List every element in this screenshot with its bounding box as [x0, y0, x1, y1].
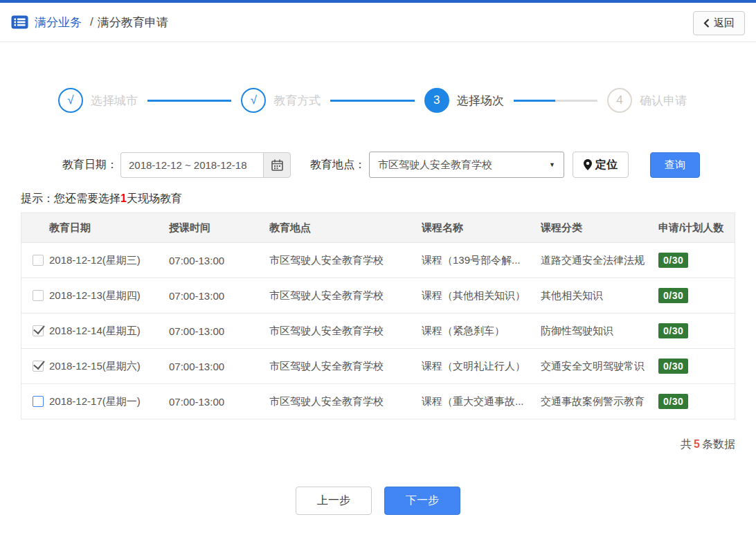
checkbox-cell [21, 361, 49, 372]
step-2-circle: √ [241, 88, 266, 113]
query-button[interactable]: 查询 [650, 152, 700, 178]
hint-prefix: 提示：您还需要选择 [21, 192, 120, 204]
row-checkbox[interactable] [33, 361, 44, 372]
list-icon [11, 15, 28, 29]
cell-education-location: 市区驾驶人安全教育学校 [269, 289, 422, 302]
step-1-label: 选择城市 [91, 93, 138, 109]
row-checkbox[interactable] [33, 325, 44, 336]
cell-capacity: 0/30 [658, 323, 735, 338]
cell-education-date: 2018-12-17(星期一) [49, 395, 169, 408]
cell-class-time: 07:00-13:00 [169, 290, 269, 302]
header-education-location: 教育地点 [269, 221, 422, 235]
step-wizard: √ 选择城市 √ 教育方式 3 选择场次 4 确认申请 [0, 88, 756, 113]
calendar-icon[interactable] [263, 152, 291, 178]
record-count-summary: 共5条数据 [21, 437, 735, 452]
cell-capacity: 0/30 [658, 253, 735, 268]
chevron-left-icon [703, 19, 710, 28]
capacity-badge: 0/30 [658, 253, 688, 268]
cell-class-time: 07:00-13:00 [169, 396, 269, 408]
table-row: 2018-12-17(星期一) 07:00-13:00 市区驾驶人安全教育学校 … [21, 383, 735, 419]
table-row: 2018-12-12(星期三) 07:00-13:00 市区驾驶人安全教育学校 … [21, 242, 735, 278]
cell-class-time: 07:00-13:00 [169, 325, 269, 337]
education-date-label: 教育日期： [62, 158, 118, 172]
cell-class-time: 07:00-13:00 [169, 361, 269, 372]
summary-prefix: 共 [681, 438, 692, 450]
summary-count: 5 [694, 438, 700, 450]
step-3-circle: 3 [424, 88, 449, 113]
table-row: 2018-12-13(星期四) 07:00-13:00 市区驾驶人安全教育学校 … [21, 278, 735, 313]
cell-course-name: 课程（紧急刹车） [422, 325, 541, 338]
cell-course-name: 课程（重大交通事故... [422, 395, 541, 408]
checkbox-cell [21, 396, 49, 407]
header-education-date: 教育日期 [49, 221, 169, 235]
step-connector-1 [147, 100, 231, 102]
locate-button[interactable]: 定位 [573, 152, 629, 178]
step-4-circle: 4 [607, 88, 632, 113]
selection-hint: 提示：您还需要选择1天现场教育 [21, 192, 756, 206]
chevron-down-icon: ▼ [549, 161, 555, 168]
header-applied-planned: 申请/计划人数 [658, 221, 735, 235]
cell-capacity: 0/30 [658, 359, 735, 374]
capacity-badge: 0/30 [658, 288, 688, 303]
table-header-row: 教育日期 授课时间 教育地点 课程名称 课程分类 申请/计划人数 [21, 213, 735, 242]
capacity-badge: 0/30 [658, 359, 688, 374]
step-select-session: 3 选择场次 [424, 88, 504, 113]
breadcrumb-root[interactable]: 满分业务 [35, 15, 82, 30]
step-4-label: 确认申请 [640, 93, 687, 109]
cell-course-name: 课程（139号部令解... [422, 254, 541, 267]
location-select[interactable]: 市区驾驶人安全教育学校 ▼ [369, 152, 564, 178]
breadcrumb-current: 满分教育申请 [98, 15, 168, 30]
breadcrumb: 满分业务 / 满分教育申请 [28, 15, 168, 30]
table-row: 2018-12-14(星期五) 07:00-13:00 市区驾驶人安全教育学校 … [21, 313, 735, 348]
step-connector-3 [514, 100, 597, 102]
step-3-label: 选择场次 [457, 93, 504, 109]
cell-course-name: 课程（其他相关知识） [422, 289, 541, 302]
capacity-badge: 0/30 [658, 323, 688, 338]
cell-class-time: 07:00-13:00 [169, 255, 269, 266]
next-step-button[interactable]: 下一步 [384, 487, 460, 515]
checkbox-cell [21, 255, 49, 266]
page-header: 满分业务 / 满分教育申请 返回 [0, 3, 756, 42]
cell-education-location: 市区驾驶人安全教育学校 [269, 325, 422, 338]
table-row: 2018-12-15(星期六) 07:00-13:00 市区驾驶人安全教育学校 … [21, 348, 735, 383]
step-2-label: 教育方式 [273, 93, 321, 109]
checkbox-cell [21, 325, 49, 336]
education-location-label: 教育地点： [310, 158, 366, 172]
step-select-city: √ 选择城市 [58, 88, 138, 113]
date-range-group [120, 152, 291, 178]
cell-course-category: 防御性驾驶知识 [541, 325, 658, 338]
cell-education-location: 市区驾驶人安全教育学校 [269, 254, 422, 267]
header-course-name: 课程名称 [422, 221, 541, 235]
hint-remaining-days: 1 [120, 192, 127, 204]
footer-actions: 上一步 下一步 [0, 487, 756, 515]
cell-education-date: 2018-12-13(星期四) [49, 289, 169, 302]
back-button[interactable]: 返回 [693, 11, 745, 35]
date-range-input[interactable] [120, 152, 263, 178]
hint-suffix: 天现场教育 [127, 192, 182, 204]
back-button-label: 返回 [714, 17, 735, 30]
header-course-category: 课程分类 [541, 221, 658, 235]
cell-capacity: 0/30 [658, 394, 735, 409]
row-checkbox[interactable] [33, 396, 44, 407]
cell-course-category: 交通事故案例警示教育 [541, 395, 658, 408]
step-confirm-application: 4 确认申请 [607, 88, 687, 113]
step-education-method: √ 教育方式 [241, 88, 321, 113]
cell-course-category: 交通安全文明驾驶常识 [541, 360, 658, 373]
capacity-badge: 0/30 [658, 394, 688, 409]
breadcrumb-separator: / [90, 15, 93, 29]
map-pin-icon [584, 159, 592, 170]
header-class-time: 授课时间 [169, 221, 269, 235]
cell-course-name: 课程（文明礼让行人） [422, 360, 541, 373]
session-table: 教育日期 授课时间 教育地点 课程名称 课程分类 申请/计划人数 2018-12… [21, 212, 735, 419]
cell-education-location: 市区驾驶人安全教育学校 [269, 360, 422, 373]
previous-step-button[interactable]: 上一步 [296, 487, 372, 515]
row-checkbox[interactable] [33, 290, 44, 301]
cell-capacity: 0/30 [658, 288, 735, 303]
table-body: 2018-12-12(星期三) 07:00-13:00 市区驾驶人安全教育学校 … [21, 242, 735, 419]
step-connector-2 [330, 100, 414, 102]
locate-button-label: 定位 [595, 158, 618, 172]
row-checkbox[interactable] [33, 255, 44, 266]
checkbox-cell [21, 290, 49, 301]
cell-education-date: 2018-12-15(星期六) [49, 360, 169, 373]
filter-bar: 教育日期： 教育地点： 市区驾驶人安全教育学校 ▼ 定位 查询 [0, 152, 756, 178]
